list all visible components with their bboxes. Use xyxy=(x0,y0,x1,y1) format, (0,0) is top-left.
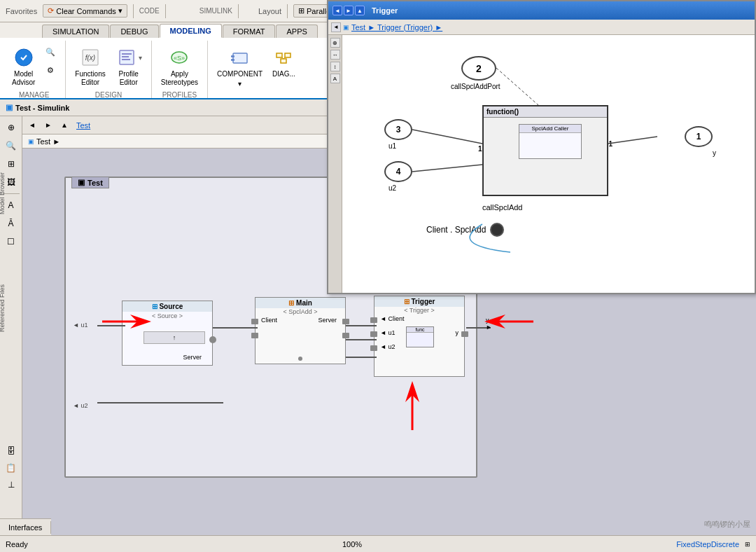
ribbon-section-manage: ModelAdvisor 🔍 ⚙ MANAGE xyxy=(3,41,66,98)
main-bottom-port xyxy=(298,357,302,361)
code-label: CODE xyxy=(139,7,160,15)
diagram-button[interactable]: DIAG... xyxy=(269,43,299,81)
test-block-title: ▣ Test xyxy=(71,177,109,188)
sidebar-btn-clip[interactable]: 📋 xyxy=(3,460,20,476)
plus-icon: ⊕ xyxy=(8,123,15,132)
interfaces-tab: Interfaces xyxy=(0,518,51,535)
tab-apps[interactable]: APPS xyxy=(276,25,317,38)
svg-line-25 xyxy=(412,165,482,172)
nav-fwd-btn[interactable]: ► xyxy=(344,6,354,15)
tab-modeling[interactable]: MODELING xyxy=(160,24,222,38)
interfaces-tab-item[interactable]: Interfaces xyxy=(0,521,51,534)
trigger-left-port3 xyxy=(370,345,377,351)
search-button[interactable]: 🔍 xyxy=(41,43,59,60)
status-bar: Ready 100% FixedStepDiscrete ⊞ xyxy=(0,535,756,552)
client-label-main: Client xyxy=(261,317,277,324)
trigger-right-port xyxy=(461,331,468,337)
trig-icon3[interactable]: ↕ xyxy=(330,62,340,71)
tab-simulation[interactable]: SIMULATION xyxy=(42,25,109,38)
trigger-inner-block: func xyxy=(406,326,434,347)
svg-rect-5 xyxy=(122,56,129,57)
output-node-1: 1 xyxy=(685,126,713,147)
trig-icon1[interactable]: ⊕ xyxy=(330,38,340,48)
apply-stereotypes-button[interactable]: «S» ApplyStereotypes xyxy=(158,43,202,90)
red-arrow-output xyxy=(484,311,533,333)
trig-icon2[interactable]: ↔ xyxy=(330,50,340,60)
main-right-port1 xyxy=(342,319,349,324)
model-advisor-button[interactable]: ModelAdvisor xyxy=(8,43,38,90)
separator4 xyxy=(287,4,288,18)
sidebar-btn-6[interactable]: Ā xyxy=(3,215,20,232)
source-internal: ↑ xyxy=(144,331,205,344)
clear-commands-button[interactable]: ⟳ Clear Commands ▾ xyxy=(43,4,127,18)
nav-back-btn[interactable]: ◄ xyxy=(332,6,342,15)
profile-editor-button[interactable]: ▾ ProfileEditor xyxy=(112,43,146,90)
trig-icon4[interactable]: A xyxy=(330,74,340,83)
sidebar-btn-db[interactable]: 🗄 xyxy=(3,443,20,460)
functions-editor-button[interactable]: f(x) FunctionsEditor xyxy=(71,43,108,90)
sidebar-btn-2[interactable]: 🔍 xyxy=(3,137,20,154)
zoom-level: 100% xyxy=(342,540,362,548)
ribbon-section-component: COMPONENT ▾ DIAG... xyxy=(208,41,304,98)
tab-debug[interactable]: DEBUG xyxy=(110,25,158,38)
trigger-nav-bar: ◄ ▣ Test ► Trigger (Trigger) ► xyxy=(328,20,755,35)
trigger-nav-back[interactable]: ◄ xyxy=(331,22,341,32)
up-button[interactable]: ▲ xyxy=(57,118,71,132)
nav-up-btn[interactable]: ▲ xyxy=(355,6,365,15)
trigger-window: ◄ ► ▲ Trigger ◄ ▣ Test ► Trigger (Trigge… xyxy=(327,0,756,294)
trigger-icon: ⊞ xyxy=(404,298,410,305)
trigger-canvas: 2 callSpclAddPort 3 u1 4 u2 function() S… xyxy=(342,35,755,293)
manage-label: MANAGE xyxy=(19,90,49,100)
tab-format[interactable]: FORMAT xyxy=(223,25,276,38)
sidebar-btn-7[interactable]: ☐ xyxy=(3,233,20,250)
sidebar-btn-3[interactable]: ⊞ xyxy=(3,156,20,172)
spcladd-caller-title: SpclAdd Caller xyxy=(519,125,581,133)
conn-u2-main xyxy=(97,402,223,403)
expand-icon: ⊥ xyxy=(8,480,15,490)
red-arrow-bottom xyxy=(402,381,423,432)
node-3: 3 xyxy=(384,119,412,140)
separator xyxy=(133,4,134,18)
function-title: function() xyxy=(484,106,607,118)
u1-port-label: ◄ u1 xyxy=(73,322,88,329)
component-button[interactable]: COMPONENT ▾ xyxy=(214,43,266,90)
svg-rect-11 xyxy=(231,59,234,61)
svg-line-23 xyxy=(496,68,538,105)
separator3 xyxy=(238,4,239,18)
main-block: ⊞ Main < SpclAdd > Client Server xyxy=(255,297,346,367)
parallel-icon: ⊞ xyxy=(298,6,304,15)
client-label-trigger: ◄ Client xyxy=(380,315,404,322)
ribbon-section-profiles: «S» ApplyStereotypes PROFILES xyxy=(152,41,208,98)
main-left-port2 xyxy=(251,333,258,338)
callSpclAdd-label: callSpclAdd xyxy=(482,203,522,212)
svg-rect-4 xyxy=(122,53,132,55)
svg-rect-13 xyxy=(285,53,290,57)
clear-icon: ⟳ xyxy=(48,6,54,15)
trigger-window-title: Trigger xyxy=(372,6,398,15)
component-content: COMPONENT ▾ DIAG... xyxy=(214,41,299,98)
sim-mode: FixedStepDiscrete xyxy=(676,540,739,548)
profile-editor-label: ProfileEditor xyxy=(119,70,139,87)
settings-icon: ⚙ xyxy=(45,64,56,76)
left-sidebar: Model Browser Referenced Files ⊕ 🔍 ⊞ 🖼 A… xyxy=(0,116,22,535)
settings-button[interactable]: ⚙ xyxy=(41,62,59,78)
sidebar-btn-1[interactable]: ⊕ xyxy=(3,119,20,136)
server-label: Server xyxy=(183,354,202,361)
diagram-label: DIAG... xyxy=(272,70,295,78)
test-path: Test ► xyxy=(36,137,60,146)
design-label: DESIGN xyxy=(95,90,122,100)
strikethrough-icon: Ā xyxy=(8,219,13,228)
search-icon: 🔍 xyxy=(45,46,56,57)
sidebar-btn-expand[interactable]: ⊥ xyxy=(3,476,20,493)
component-label: COMPONENT xyxy=(217,70,262,78)
back-button[interactable]: ◄ xyxy=(25,118,39,132)
node-2: 2 xyxy=(461,56,496,81)
apply-stereotypes-icon: «S» xyxy=(168,46,190,69)
sidebar-bottom-icons: 🗄 📋 ⊥ xyxy=(3,443,20,493)
separator2 xyxy=(165,4,166,18)
red-arrow-source xyxy=(102,311,151,333)
breadcrumb-root[interactable]: Test xyxy=(76,121,90,130)
y-label-out: y xyxy=(713,149,716,157)
conn-u1-trigger xyxy=(346,339,377,340)
forward-button[interactable]: ► xyxy=(41,118,55,132)
